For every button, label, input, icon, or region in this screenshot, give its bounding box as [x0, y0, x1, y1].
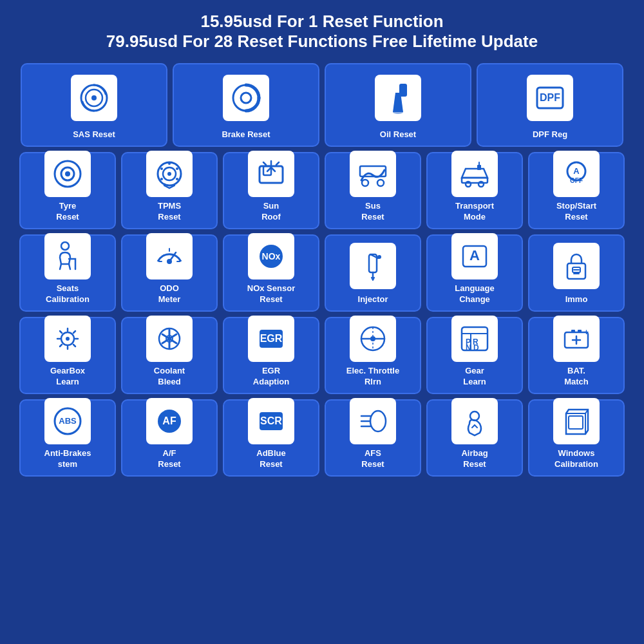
card-label-abs: Anti-Brakes stem	[44, 448, 91, 470]
card-label-bat: BAT. Match	[564, 366, 589, 388]
card-label-transport: Transport Mode	[455, 201, 494, 223]
function-card-windows[interactable]: Windows Calibration	[528, 399, 625, 477]
card-icon-af: AF	[125, 398, 214, 444]
function-card-gear[interactable]: P R N D Gear Learn	[426, 317, 523, 394]
card-label-gearbox: GearBox Learn	[50, 366, 85, 388]
card-label-dpf: DPF Reg	[533, 129, 567, 140]
function-card-egr[interactable]: EGR EGR Adaption	[223, 317, 319, 394]
function-card-coolant[interactable]: Coolant Bleed	[121, 317, 218, 394]
function-card-nox[interactable]: NOx NOx Sensor Reset	[223, 234, 319, 312]
row-3: Seats Calibration ODO Meter NOx NOx Sens…	[8, 234, 636, 312]
svg-text:AF: AF	[162, 415, 176, 426]
function-card-gearbox[interactable]: GearBox Learn	[19, 317, 116, 394]
card-icon-abs: ABS	[23, 398, 112, 444]
function-card-sunroof[interactable]: Sun Roof	[223, 152, 319, 229]
svg-text:A: A	[469, 247, 480, 263]
svg-point-14	[167, 172, 171, 176]
function-card-transport[interactable]: Transport Mode	[426, 152, 523, 229]
svg-point-4	[241, 93, 251, 103]
svg-point-15	[168, 162, 171, 165]
card-icon-nox: NOx	[227, 233, 316, 279]
svg-text:SCR: SCR	[260, 415, 282, 426]
function-card-stopstart[interactable]: A OFF Stop/Start Reset	[528, 152, 625, 229]
svg-point-26	[362, 180, 368, 186]
svg-point-2	[91, 95, 97, 100]
row-2: Tyre Reset TPMS Reset Sun Roof Sus Reset	[8, 152, 636, 229]
card-label-immo: Immo	[565, 294, 588, 305]
card-icon-language: A	[430, 233, 519, 279]
svg-line-37	[60, 264, 61, 269]
svg-point-47	[377, 255, 381, 259]
card-label-seats: Seats Calibration	[46, 283, 90, 305]
card-icon-tyre	[23, 151, 112, 197]
function-card-af[interactable]: AF A/F Reset	[121, 399, 218, 477]
svg-text:DPF: DPF	[540, 92, 560, 103]
header: 15.95usd For 1 Reset Function 79.95usd F…	[0, 0, 644, 58]
svg-line-23	[263, 162, 266, 165]
function-card-odo[interactable]: ODO Meter	[121, 234, 218, 312]
card-label-odo: ODO Meter	[158, 283, 181, 305]
card-icon-seats	[23, 233, 112, 279]
svg-line-24	[276, 162, 279, 165]
card-icon-egr: EGR	[227, 316, 316, 362]
svg-point-11	[65, 171, 70, 176]
svg-point-80	[370, 411, 386, 431]
function-card-language[interactable]: A Language Change	[426, 234, 523, 312]
card-icon-airbag	[430, 398, 519, 444]
row-1: SAS Reset Brake Reset Oil Reset DPF DPF …	[8, 63, 636, 147]
card-label-language: Language Change	[455, 283, 494, 305]
function-card-injector[interactable]: Injector	[325, 234, 421, 312]
svg-rect-69	[571, 330, 575, 332]
card-label-sas: SAS Reset	[73, 129, 115, 140]
function-card-sus[interactable]: Sus Reset	[325, 152, 421, 229]
function-card-dpf[interactable]: DPF DPF Reg	[477, 63, 623, 147]
card-label-windows: Windows Calibration	[554, 448, 598, 470]
card-label-afs: AFS Reset	[361, 448, 384, 470]
card-label-sus: Sus Reset	[361, 201, 384, 223]
function-card-scr[interactable]: SCR AdBlue Reset	[223, 399, 319, 477]
row-4: GearBox Learn Coolant Bleed EGR EGR Adap…	[8, 317, 636, 394]
function-card-afs[interactable]: AFS Reset	[325, 399, 421, 477]
card-icon-gear: P R N D	[430, 316, 519, 362]
card-label-egr: EGR Adaption	[253, 366, 289, 388]
card-label-tpms: TPMS Reset	[158, 201, 181, 223]
card-label-coolant: Coolant Bleed	[154, 366, 185, 388]
function-card-tyre[interactable]: Tyre Reset	[19, 152, 116, 229]
svg-text:EGR: EGR	[260, 333, 283, 344]
svg-text:NOx: NOx	[262, 251, 281, 261]
svg-point-18	[160, 167, 163, 170]
function-card-oil[interactable]: Oil Reset	[325, 63, 471, 147]
function-card-tpms[interactable]: TPMS Reset	[121, 152, 218, 229]
row-5: ABS Anti-Brakes stem AF A/F Reset SCR Ad…	[8, 399, 636, 477]
svg-point-16	[176, 167, 178, 170]
card-icon-gearbox	[23, 316, 112, 362]
card-icon-sus	[328, 151, 417, 197]
svg-rect-85	[569, 416, 583, 429]
card-icon-dpf: DPF	[480, 70, 620, 126]
card-icon-sunroof	[227, 151, 316, 197]
function-card-bat[interactable]: + BAT. Match	[528, 317, 625, 394]
function-card-abs[interactable]: ABS Anti-Brakes stem	[19, 399, 116, 477]
function-card-airbag[interactable]: Airbag Reset	[426, 399, 523, 477]
svg-point-29	[466, 182, 471, 187]
card-label-brake: Brake Reset	[222, 129, 270, 140]
function-card-throttle[interactable]: Elec. Throttle Rlrn	[325, 317, 421, 394]
function-card-seats[interactable]: Seats Calibration	[19, 234, 116, 312]
function-card-immo[interactable]: Immo	[528, 234, 625, 312]
card-icon-throttle	[328, 316, 417, 362]
svg-point-30	[478, 182, 484, 187]
function-card-brake[interactable]: Brake Reset	[173, 63, 319, 147]
svg-point-19	[160, 178, 163, 180]
svg-rect-70	[578, 330, 582, 332]
card-icon-odo	[125, 233, 214, 279]
svg-point-36	[61, 242, 69, 250]
svg-text:N D: N D	[466, 343, 479, 352]
card-icon-scr: SCR	[227, 398, 316, 444]
card-label-injector: Injector	[358, 294, 388, 305]
svg-point-55	[66, 337, 70, 341]
card-icon-windows	[532, 398, 621, 444]
svg-point-6	[393, 110, 403, 114]
svg-point-17	[176, 178, 178, 180]
card-icon-coolant	[125, 316, 214, 362]
function-card-sas[interactable]: SAS Reset	[21, 63, 167, 147]
